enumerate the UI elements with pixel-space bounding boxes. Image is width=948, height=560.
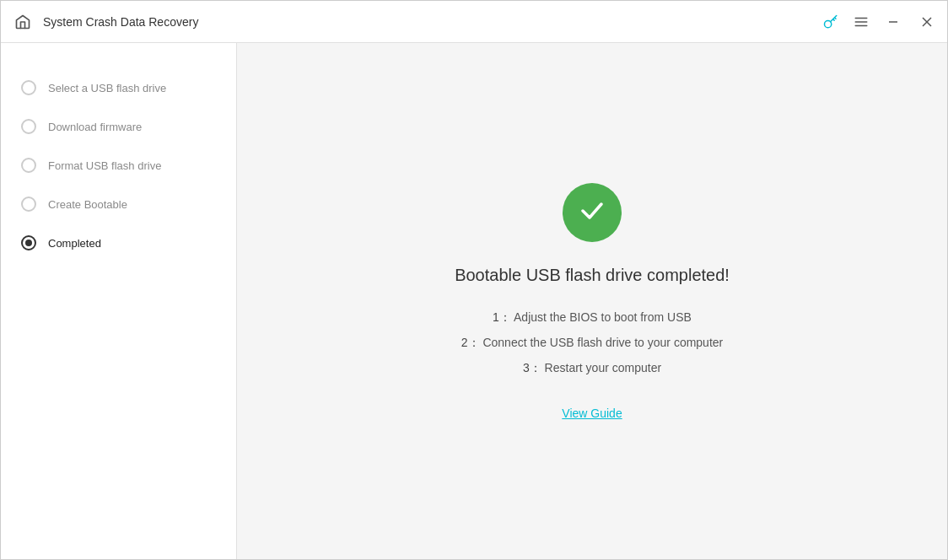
- step-text-3: Restart your computer: [545, 361, 662, 374]
- sidebar-label-create-bootable: Create Bootable: [48, 198, 127, 211]
- app-title: System Crash Data Recovery: [43, 15, 822, 29]
- window-controls: [822, 12, 937, 32]
- step-dot-create-bootable: [21, 197, 36, 212]
- step-dot-format-usb: [21, 158, 36, 173]
- minimize-button[interactable]: [883, 12, 903, 32]
- step-dot-select-usb: [21, 80, 36, 95]
- close-button[interactable]: [917, 12, 937, 32]
- success-icon-circle: [563, 183, 622, 242]
- sidebar-item-completed[interactable]: Completed: [1, 223, 236, 262]
- menu-icon[interactable]: [853, 13, 870, 30]
- title-bar: System Crash Data Recovery: [1, 1, 947, 43]
- step-instruction-3: 3： Restart your computer: [461, 361, 724, 376]
- sidebar-label-select-usb: Select a USB flash drive: [48, 82, 166, 94]
- sidebar-label-format-usb: Format USB flash drive: [48, 159, 161, 172]
- step-instruction-2: 2： Connect the USB flash drive to your c…: [461, 336, 724, 351]
- sidebar-label-completed: Completed: [48, 237, 101, 250]
- step-num-2: 2：: [461, 336, 480, 349]
- home-icon[interactable]: [11, 10, 35, 34]
- key-icon[interactable]: [822, 13, 839, 30]
- sidebar-item-format-usb[interactable]: Format USB flash drive: [1, 146, 236, 185]
- checkmark-icon: [576, 194, 608, 231]
- sidebar-item-select-usb[interactable]: Select a USB flash drive: [1, 68, 236, 107]
- sidebar-item-create-bootable[interactable]: Create Bootable: [1, 185, 236, 223]
- step-num-3: 3：: [523, 361, 541, 374]
- app-window: System Crash Data Recovery: [0, 0, 948, 560]
- content-area: Select a USB flash drive Download firmwa…: [1, 43, 947, 559]
- step-dot-completed: [21, 235, 36, 250]
- completion-title: Bootable USB flash drive completed!: [455, 266, 730, 285]
- sidebar: Select a USB flash drive Download firmwa…: [1, 43, 237, 559]
- sidebar-item-download-firmware[interactable]: Download firmware: [1, 107, 236, 146]
- step-text-1: Adjust the BIOS to boot from USB: [514, 310, 692, 324]
- view-guide-link[interactable]: View Guide: [562, 407, 622, 420]
- steps-list: 1： Adjust the BIOS to boot from USB 2： C…: [461, 310, 724, 376]
- step-dot-download-firmware: [21, 119, 36, 134]
- main-content: Bootable USB flash drive completed! 1： A…: [237, 43, 947, 559]
- step-text-2: Connect the USB flash drive to your comp…: [482, 336, 723, 349]
- step-num-1: 1：: [493, 310, 511, 324]
- step-instruction-1: 1： Adjust the BIOS to boot from USB: [461, 310, 724, 326]
- sidebar-label-download-firmware: Download firmware: [48, 121, 142, 133]
